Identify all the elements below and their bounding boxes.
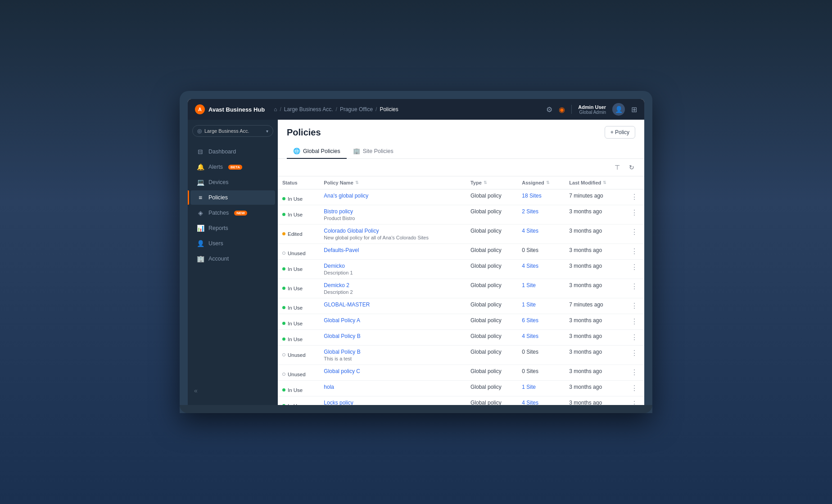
- row-menu-button[interactable]: ⋮: [629, 208, 640, 217]
- status-text: In Use: [288, 212, 303, 217]
- policy-name-link[interactable]: hola: [324, 384, 334, 390]
- row-menu-button[interactable]: ⋮: [629, 282, 640, 291]
- policy-name-link[interactable]: Demicko: [324, 263, 345, 269]
- row-actions-cell: ⋮: [624, 279, 644, 298]
- assigned-cell: 1 Site: [517, 279, 565, 298]
- status-cell: In Use: [278, 205, 319, 225]
- tab-label: Site Policies: [363, 148, 393, 154]
- policy-name-link[interactable]: GLOBAL-MASTER: [324, 302, 370, 308]
- policy-name-link[interactable]: Defaults-Pavel: [324, 247, 359, 253]
- last-modified-cell: 3 months ago: [565, 365, 624, 381]
- assigned-link[interactable]: 1 Site: [522, 282, 536, 288]
- layout: ◎ Large Business Acc. ▾ ⊟ Dashboard 🔔 Al…: [188, 120, 644, 405]
- policy-name-link[interactable]: Bistro policy: [324, 208, 353, 215]
- avast-logo: A: [195, 104, 205, 114]
- row-menu-button[interactable]: ⋮: [629, 228, 640, 236]
- last-modified-cell: 3 months ago: [565, 225, 624, 244]
- policy-name-link[interactable]: Global Policy B: [324, 349, 360, 355]
- assigned-link[interactable]: 4 Sites: [522, 333, 538, 339]
- status-cell: Unused: [278, 346, 319, 365]
- assigned-link[interactable]: 4 Sites: [522, 228, 538, 234]
- row-menu-button[interactable]: ⋮: [629, 247, 640, 256]
- status-text: Unused: [288, 251, 306, 256]
- row-menu-button[interactable]: ⋮: [629, 302, 640, 310]
- row-menu-button[interactable]: ⋮: [629, 317, 640, 326]
- assigned-link[interactable]: 18 Sites: [522, 193, 541, 199]
- assigned-link[interactable]: 1 Site: [522, 384, 536, 390]
- row-menu-button[interactable]: ⋮: [629, 349, 640, 357]
- brand: A Avast Business Hub: [195, 104, 265, 114]
- row-menu-button[interactable]: ⋮: [629, 193, 640, 201]
- assigned-link[interactable]: 4 Sites: [522, 400, 538, 405]
- breadcrumb-link-account[interactable]: Large Business Acc.: [284, 106, 333, 112]
- row-menu-button[interactable]: ⋮: [629, 384, 640, 392]
- col-policy-name[interactable]: Policy Name ⇅: [319, 176, 466, 189]
- tab-site-policies[interactable]: 🏢 Site Policies: [347, 144, 400, 159]
- policy-desc: This is a test: [324, 356, 461, 361]
- status-text: In Use: [288, 321, 303, 326]
- avatar[interactable]: 👤: [612, 103, 625, 116]
- sidebar-item-users[interactable]: 👤 Users: [190, 236, 275, 251]
- policy-name-link[interactable]: Ana's global policy: [324, 193, 368, 199]
- assigned-cell: 6 Sites: [517, 314, 565, 330]
- sidebar-item-reports[interactable]: 📊 Reports: [190, 221, 275, 235]
- patches-badge: NEW: [234, 211, 247, 216]
- policy-name-link[interactable]: Global policy C: [324, 368, 360, 374]
- row-actions-cell: ⋮: [624, 205, 644, 225]
- policy-name-cell: Global policy C: [319, 365, 466, 381]
- row-menu-button[interactable]: ⋮: [629, 400, 640, 405]
- status-dot: [282, 373, 285, 376]
- sidebar-item-account[interactable]: 🏢 Account: [190, 252, 275, 266]
- policy-name-link[interactable]: Global Policy A: [324, 317, 360, 324]
- table-row: In Use Demicko 2 Description 2 Global po…: [278, 279, 644, 298]
- policy-name-link[interactable]: Colorado Global Policy: [324, 228, 379, 234]
- sidebar-item-devices[interactable]: 💻 Devices: [190, 175, 275, 189]
- tab-global-policies[interactable]: 🌐 Global Policies: [287, 144, 347, 159]
- account-selector[interactable]: ◎ Large Business Acc. ▾: [192, 125, 273, 137]
- account-icon: 🏢: [197, 255, 204, 262]
- policy-name-cell: Global Policy A: [319, 314, 466, 330]
- policy-name-link[interactable]: Global Policy B: [324, 333, 360, 339]
- sidebar-item-dashboard[interactable]: ⊟ Dashboard: [190, 144, 275, 159]
- sort-icon: ⇅: [546, 180, 550, 185]
- status-dot: [282, 252, 285, 255]
- row-menu-button[interactable]: ⋮: [629, 333, 640, 342]
- col-assigned[interactable]: Assigned ⇅: [517, 176, 565, 189]
- sidebar-item-label: Devices: [208, 179, 228, 185]
- breadcrumb-link-office[interactable]: Prague Office: [340, 106, 373, 112]
- status-dot: [282, 213, 285, 216]
- tab-label: Global Policies: [303, 148, 340, 154]
- sidebar-item-alerts[interactable]: 🔔 Alerts BETA: [190, 160, 275, 174]
- collapse-button[interactable]: «: [188, 382, 278, 400]
- policy-name-link[interactable]: Locks policy: [324, 400, 353, 405]
- assigned-link[interactable]: 6 Sites: [522, 317, 538, 324]
- grid-icon[interactable]: ⊞: [631, 105, 637, 114]
- status-cell: Unused: [278, 365, 319, 381]
- laptop-frame: A Avast Business Hub ⌂ / Large Business …: [180, 91, 652, 413]
- col-type[interactable]: Type ⇅: [466, 176, 517, 189]
- filter-button[interactable]: ⊤: [612, 162, 623, 172]
- policy-name-cell: Demicko Description 1: [319, 260, 466, 279]
- table-row: In Use Demicko Description 1 Global poli…: [278, 260, 644, 279]
- assigned-cell: 4 Sites: [517, 260, 565, 279]
- row-menu-button[interactable]: ⋮: [629, 368, 640, 377]
- settings-icon[interactable]: ⚙: [546, 105, 552, 114]
- last-modified-cell: 3 months ago: [565, 314, 624, 330]
- notification-icon[interactable]: ◉: [559, 105, 565, 114]
- add-policy-button[interactable]: + Policy: [605, 126, 635, 139]
- home-icon: ⌂: [274, 106, 277, 112]
- refresh-button[interactable]: ↻: [626, 162, 637, 172]
- assigned-link[interactable]: 1 Site: [522, 302, 536, 308]
- policy-name-cell: Demicko 2 Description 2: [319, 279, 466, 298]
- assigned-link[interactable]: 4 Sites: [522, 263, 538, 269]
- topbar-actions: ⚙ ◉ Admin User Global Admin 👤 ⊞: [546, 103, 637, 116]
- assigned-link[interactable]: 2 Sites: [522, 208, 538, 215]
- col-last-modified[interactable]: Last Modified ⇅: [565, 176, 624, 189]
- sidebar-item-patches[interactable]: ◈ Patches NEW: [190, 206, 275, 220]
- col-status: Status: [278, 176, 319, 189]
- row-menu-button[interactable]: ⋮: [629, 263, 640, 271]
- table-row: Unused Global policy C Global policy 0 S…: [278, 365, 644, 381]
- policy-name-link[interactable]: Demicko 2: [324, 282, 349, 288]
- type-cell: Global policy: [466, 314, 517, 330]
- sidebar-item-policies[interactable]: ≡ Policies: [190, 190, 275, 205]
